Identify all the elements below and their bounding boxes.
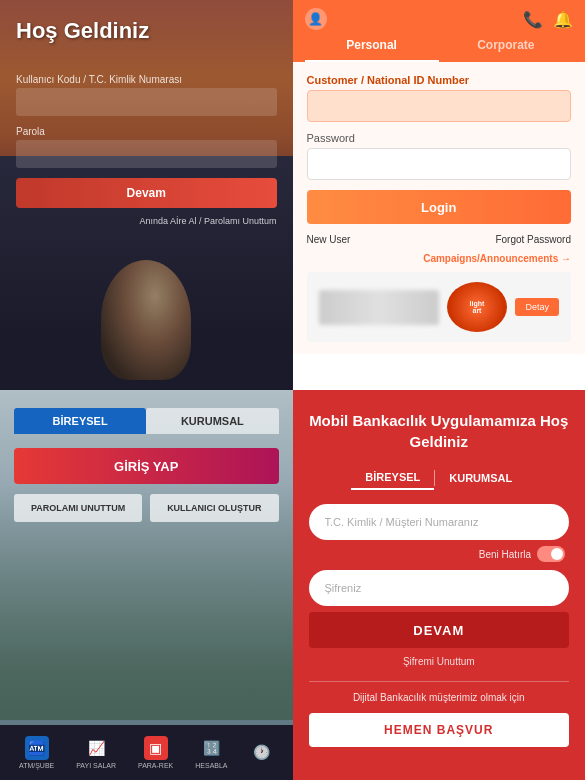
tr-links-row: New User Forgot Password	[307, 234, 572, 245]
br-toggle-dot	[551, 548, 563, 560]
phone-icon: 📞	[523, 10, 543, 29]
br-remember-toggle[interactable]	[537, 546, 565, 562]
atm-icon-item[interactable]: 🏧 ATM/ŞUBE	[19, 736, 54, 769]
panel-top-right: 👤 📞 🔔 Personal Corporate Customer / Nati…	[293, 0, 586, 390]
br-password-wrapper[interactable]	[309, 570, 570, 606]
tab-personal[interactable]: Personal	[305, 30, 439, 62]
tr-new-user-link[interactable]: New User	[307, 234, 351, 245]
clock-icon: 🕐	[250, 740, 274, 764]
app-grid: Hoş Geldiniz Kullanıcı Kodu / T.C. Kimli…	[0, 0, 585, 780]
tl-welcome: Hoş Geldiniz	[16, 18, 277, 44]
br-basvur-button[interactable]: HEMEN BAŞVUR	[309, 713, 570, 747]
br-info-text: Dijital Bankacılık müşterimiz olmak için	[309, 692, 570, 703]
chart-label: PAYI SALAR	[76, 762, 116, 769]
tab-corporate[interactable]: Corporate	[439, 30, 573, 62]
tr-header-icons: 📞 🔔	[523, 10, 573, 29]
panel-bottom-left: BİREYSEL KURUMSAL GİRİŞ YAP PAROLAMI UNU…	[0, 390, 293, 780]
bl-tab-personal[interactable]: BİREYSEL	[14, 408, 146, 434]
br-password-input[interactable]	[325, 582, 554, 594]
br-devam-button[interactable]: DEVAM	[309, 612, 570, 648]
tl-password-label: Parola	[16, 126, 277, 137]
br-remember-row: Beni Hatırla	[309, 546, 570, 562]
person-illustration	[101, 260, 191, 380]
br-remember-label: Beni Hatırla	[479, 549, 531, 560]
banner-logo-text: lightart	[470, 300, 485, 314]
br-content: Mobil Bankacılık Uygulamamıza Hoş Geldin…	[293, 390, 586, 761]
tr-customerid-label: Customer / National ID Number	[307, 74, 572, 86]
qr-label: PARA-REK	[138, 762, 173, 769]
tl-password-input[interactable]	[16, 140, 277, 168]
bl-small-buttons: PAROLAMI UNUTTUM KULLANICI OLUŞTUR	[14, 494, 279, 522]
tl-devam-button[interactable]: Devam	[16, 178, 277, 208]
bl-content: BİREYSEL KURUMSAL GİRİŞ YAP PAROLAMI UNU…	[0, 390, 293, 534]
bl-tabs: BİREYSEL KURUMSAL	[14, 408, 279, 434]
br-divider	[309, 681, 570, 682]
br-tabs: BİREYSEL KURUMSAL	[309, 466, 570, 490]
tl-username-input[interactable]	[16, 88, 277, 116]
bl-forgot-button[interactable]: PAROLAMI UNUTTUM	[14, 494, 142, 522]
tr-customerid-input[interactable]	[307, 90, 572, 122]
br-id-wrapper[interactable]	[309, 504, 570, 540]
br-welcome-line2: Geldiniz	[410, 433, 468, 450]
qr-icon: ▣	[144, 736, 168, 760]
br-id-input[interactable]	[325, 516, 554, 528]
calc-icon-item[interactable]: 🔢 HESABLA	[195, 736, 227, 769]
clock-icon-item[interactable]: 🕐	[250, 740, 274, 766]
tr-form: Customer / National ID Number Password L…	[293, 62, 586, 354]
tr-banner: lightart Detay	[307, 272, 572, 342]
chart-icon-item[interactable]: 📈 PAYI SALAR	[76, 736, 116, 769]
bl-giris-button[interactable]: GİRİŞ YAP	[14, 448, 279, 484]
br-tab-personal[interactable]: BİREYSEL	[351, 466, 434, 490]
tr-password-label: Password	[307, 132, 572, 144]
br-forgot-link[interactable]: Şifremi Unuttum	[309, 656, 570, 667]
banner-text-blur	[319, 290, 439, 325]
tl-forgot-link[interactable]: Anında Aİre Al / Parolamı Unuttum	[16, 216, 277, 226]
calc-icon: 🔢	[199, 736, 223, 760]
br-welcome: Mobil Bankacılık Uygulamamıza Hoş Geldin…	[309, 410, 570, 452]
bl-bottom-bar: 🏧 ATM/ŞUBE 📈 PAYI SALAR ▣ PARA-REK 🔢 HES…	[0, 725, 293, 780]
br-tab-corporate[interactable]: KURUMSAL	[435, 467, 526, 489]
chart-icon: 📈	[84, 736, 108, 760]
tr-password-input[interactable]	[307, 148, 572, 180]
atm-label: ATM/ŞUBE	[19, 762, 54, 769]
tr-header: 👤 📞 🔔	[293, 0, 586, 30]
atm-icon: 🏧	[25, 736, 49, 760]
tl-username-label: Kullanıcı Kodu / T.C. Kimlik Numarası	[16, 74, 277, 85]
panel-top-left: Hoş Geldiniz Kullanıcı Kodu / T.C. Kimli…	[0, 0, 293, 390]
panel-bottom-right: Mobil Bankacılık Uygulamamıza Hoş Geldin…	[293, 390, 586, 780]
user-icon: 👤	[305, 8, 327, 30]
qr-icon-item[interactable]: ▣ PARA-REK	[138, 736, 173, 769]
tr-forgot-link[interactable]: Forgot Password	[495, 234, 571, 245]
bl-newuser-button[interactable]: KULLANICI OLUŞTUR	[150, 494, 278, 522]
tl-content: Hoş Geldiniz Kullanıcı Kodu / T.C. Kimli…	[0, 0, 293, 238]
bell-icon: 🔔	[553, 10, 573, 29]
bl-tab-corporate[interactable]: KURUMSAL	[146, 408, 278, 434]
banner-logo: lightart	[447, 282, 507, 332]
tr-tabs: Personal Corporate	[293, 30, 586, 62]
tr-campaigns-link[interactable]: Campaigns/Announcements →	[307, 253, 572, 264]
br-welcome-line1: Mobil Bankacılık Uygulamamıza Hoş	[309, 412, 568, 429]
banner-button[interactable]: Detay	[515, 298, 559, 316]
calc-label: HESABLA	[195, 762, 227, 769]
tr-login-button[interactable]: Login	[307, 190, 572, 224]
